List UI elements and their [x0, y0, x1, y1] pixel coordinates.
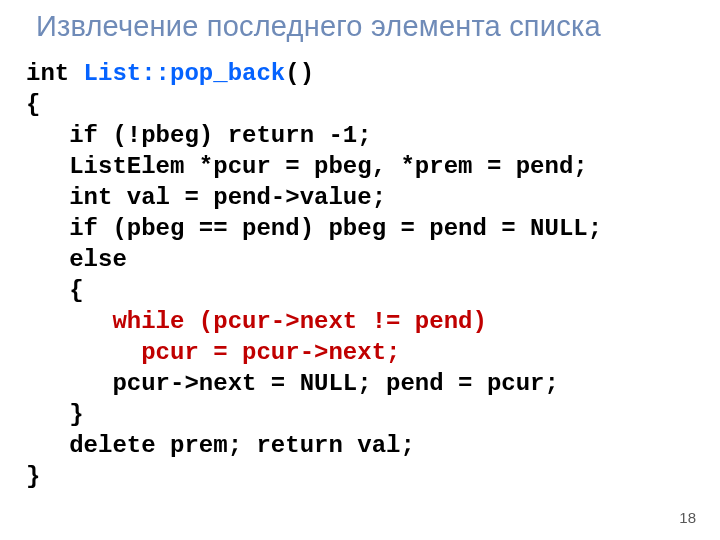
- code-line-9: while (pcur->next != pend): [26, 308, 487, 335]
- code-line-12: }: [26, 401, 84, 428]
- slide: Извлечение последнего элемента списка in…: [0, 0, 720, 540]
- code-line-8: {: [26, 277, 84, 304]
- code-line-1a: int: [26, 60, 84, 87]
- code-line-10: pcur = pcur->next;: [26, 339, 400, 366]
- code-line-2: {: [26, 91, 40, 118]
- page-number: 18: [679, 509, 696, 526]
- code-line-1b: List::pop_back: [84, 60, 286, 87]
- code-line-11: pcur->next = NULL; pend = pcur;: [26, 370, 559, 397]
- slide-title: Извлечение последнего элемента списка: [36, 10, 700, 43]
- code-line-7: else: [26, 246, 127, 273]
- code-line-6: if (pbeg == pend) pbeg = pend = NULL;: [26, 215, 602, 242]
- code-line-14: }: [26, 463, 40, 490]
- code-block: int List::pop_back() { if (!pbeg) return…: [26, 58, 602, 492]
- code-line-5: int val = pend->value;: [26, 184, 386, 211]
- code-line-3: if (!pbeg) return -1;: [26, 122, 372, 149]
- code-line-4: ListElem *pcur = pbeg, *prem = pend;: [26, 153, 588, 180]
- code-line-13: delete prem; return val;: [26, 432, 415, 459]
- code-line-1c: (): [285, 60, 314, 87]
